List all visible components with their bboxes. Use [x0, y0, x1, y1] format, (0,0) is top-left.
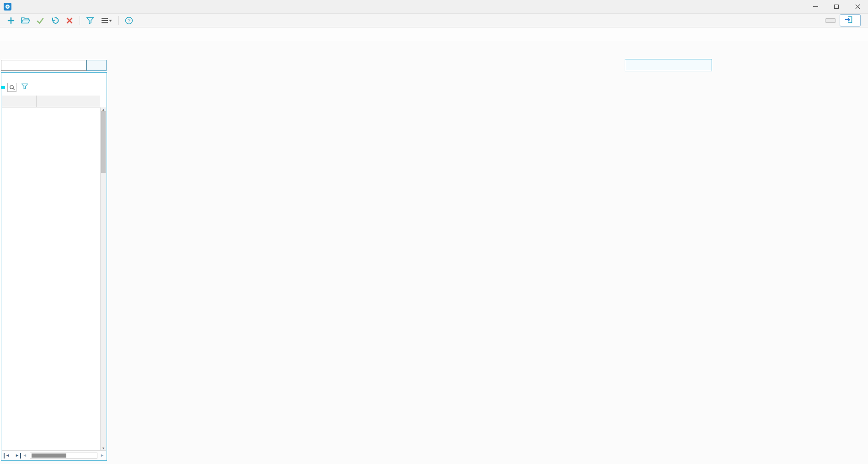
altre-impostazioni-button[interactable] — [625, 59, 712, 71]
sidebar-toolbar — [1, 80, 107, 95]
close-button[interactable] — [847, 0, 868, 14]
open-folder-button[interactable] — [18, 15, 33, 27]
maximize-button[interactable] — [826, 0, 847, 14]
app-icon — [4, 3, 11, 11]
horizontal-scrollbar[interactable] — [30, 453, 97, 459]
toolbar-separator — [80, 16, 80, 25]
esci-button[interactable] — [840, 14, 861, 27]
pager — [2, 450, 106, 460]
horizontal-scrollbar-thumb[interactable] — [32, 453, 66, 458]
help-button[interactable]: ? — [122, 15, 136, 27]
selected-text-fragment[interactable] — [1, 86, 5, 89]
panel-dati-ciclo — [1, 72, 107, 461]
exit-icon — [845, 16, 853, 25]
filter-funnel-icon[interactable] — [21, 83, 28, 91]
trova-button[interactable] — [825, 18, 836, 23]
column-header-seleziona[interactable] — [2, 96, 37, 107]
pager-prev-icon[interactable] — [23, 453, 27, 459]
toolbar-separator — [118, 16, 119, 25]
vertical-scrollbar[interactable] — [100, 107, 106, 450]
application-window: ? — [0, 0, 868, 464]
svg-text:?: ? — [128, 18, 130, 23]
add-button[interactable] — [4, 15, 18, 27]
minimize-button[interactable] — [805, 0, 826, 14]
sidebar-grid-header — [2, 96, 100, 107]
filtra-button[interactable] — [86, 60, 107, 71]
filter-input[interactable] — [1, 60, 86, 71]
titlebar — [0, 0, 868, 14]
sidebar-grid-body — [2, 107, 100, 450]
menu-button[interactable] — [97, 15, 116, 27]
confirm-button[interactable] — [33, 15, 48, 27]
record-header — [0, 28, 868, 41]
pager-next-icon[interactable] — [100, 453, 104, 459]
pager-last-icon[interactable] — [15, 453, 21, 459]
filter-button[interactable] — [83, 15, 97, 27]
main-toolbar: ? — [0, 14, 868, 27]
column-header-descrizione-fact[interactable] — [37, 96, 100, 107]
undo-button[interactable] — [48, 15, 62, 27]
pager-first-icon[interactable] — [4, 453, 10, 459]
search-icon[interactable] — [7, 83, 16, 92]
delete-button[interactable] — [62, 15, 77, 27]
